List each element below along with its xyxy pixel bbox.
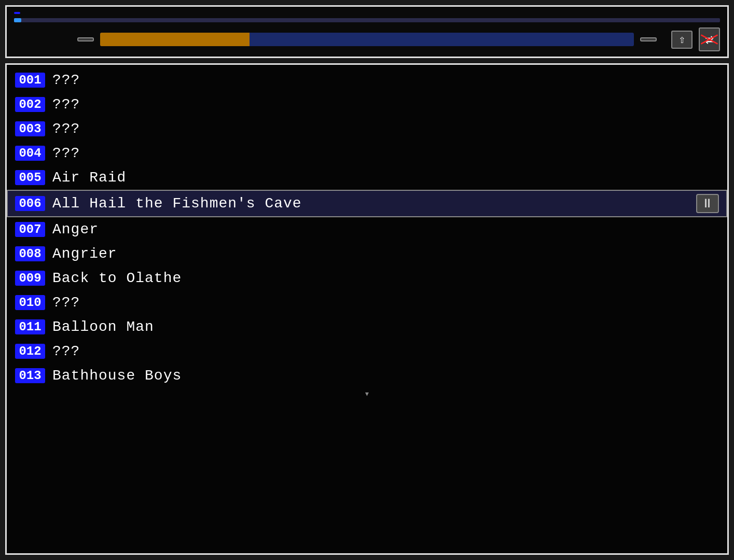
item-badge-004: 004 bbox=[15, 146, 45, 161]
speed-plus-button[interactable] bbox=[640, 37, 657, 41]
item-title-013: Bathhouse Boys bbox=[52, 368, 719, 384]
item-badge-001: 001 bbox=[15, 73, 45, 88]
playlist-item-008[interactable]: 008Angrier bbox=[7, 242, 727, 266]
playlist-item-006[interactable]: 006All Hail the Fishmen's Cave⏸ bbox=[7, 190, 727, 217]
item-title-007: Anger bbox=[52, 221, 719, 237]
item-badge-006: 006 bbox=[15, 196, 45, 211]
playlist-item-001[interactable]: 001??? bbox=[7, 68, 727, 92]
progress-bar-container[interactable] bbox=[14, 18, 720, 22]
playlist-item-011[interactable]: 011Balloon Man bbox=[7, 315, 727, 339]
shuffle-button[interactable]: ⇄ bbox=[699, 27, 720, 51]
pitch-up-icon: ⇧ bbox=[678, 34, 685, 47]
speed-bar[interactable] bbox=[100, 33, 634, 46]
item-badge-008: 008 bbox=[15, 246, 45, 261]
item-title-002: ??? bbox=[52, 96, 719, 113]
item-badge-009: 009 bbox=[15, 271, 45, 286]
now-playing-left bbox=[14, 12, 25, 14]
playlist-item-003[interactable]: 003??? bbox=[7, 117, 727, 141]
speed-bar-fill bbox=[100, 33, 250, 46]
item-badge-002: 002 bbox=[15, 97, 45, 112]
now-playing-row bbox=[14, 12, 720, 14]
item-badge-005: 005 bbox=[15, 170, 45, 185]
current-track-badge bbox=[14, 12, 20, 14]
pause-icon: ⏸ bbox=[696, 194, 719, 213]
item-badge-013: 013 bbox=[15, 368, 45, 383]
cursor-hint: ▾ bbox=[7, 388, 727, 401]
item-title-008: Angrier bbox=[52, 246, 719, 262]
playlist-panel[interactable]: 001???002???003???004???005Air Raid006Al… bbox=[5, 63, 729, 555]
item-title-010: ??? bbox=[52, 295, 719, 311]
playlist-item-010[interactable]: 010??? bbox=[7, 290, 727, 315]
item-title-009: Back to Olathe bbox=[52, 270, 719, 286]
player-panel: ⇧ ⇄ bbox=[5, 5, 729, 58]
playlist-item-002[interactable]: 002??? bbox=[7, 92, 727, 117]
playlist-item-004[interactable]: 004??? bbox=[7, 141, 727, 165]
item-title-011: Balloon Man bbox=[52, 319, 719, 335]
item-title-005: Air Raid bbox=[52, 170, 719, 186]
playlist-item-005[interactable]: 005Air Raid bbox=[7, 165, 727, 190]
item-badge-012: 012 bbox=[15, 344, 45, 359]
item-title-003: ??? bbox=[52, 121, 719, 137]
item-title-001: ??? bbox=[52, 72, 719, 88]
pitch-up-button[interactable]: ⇧ bbox=[671, 31, 693, 49]
speed-row: ⇧ ⇄ bbox=[14, 27, 720, 51]
item-badge-011: 011 bbox=[15, 319, 45, 334]
item-title-012: ??? bbox=[52, 343, 719, 359]
item-title-004: ??? bbox=[52, 145, 719, 161]
player-controls-right: ⇧ ⇄ bbox=[671, 27, 720, 51]
item-badge-003: 003 bbox=[15, 121, 45, 136]
playlist-item-012[interactable]: 012??? bbox=[7, 339, 727, 363]
item-title-006: All Hail the Fishmen's Cave bbox=[52, 195, 689, 212]
speed-minus-button[interactable] bbox=[77, 37, 94, 41]
item-badge-007: 007 bbox=[15, 222, 45, 237]
playlist-item-007[interactable]: 007Anger bbox=[7, 217, 727, 242]
item-badge-010: 010 bbox=[15, 295, 45, 310]
shuffle-icon: ⇄ bbox=[705, 31, 714, 48]
progress-bar-fill bbox=[14, 18, 21, 22]
playlist-item-013[interactable]: 013Bathhouse Boys bbox=[7, 363, 727, 388]
playlist-item-009[interactable]: 009Back to Olathe bbox=[7, 266, 727, 290]
